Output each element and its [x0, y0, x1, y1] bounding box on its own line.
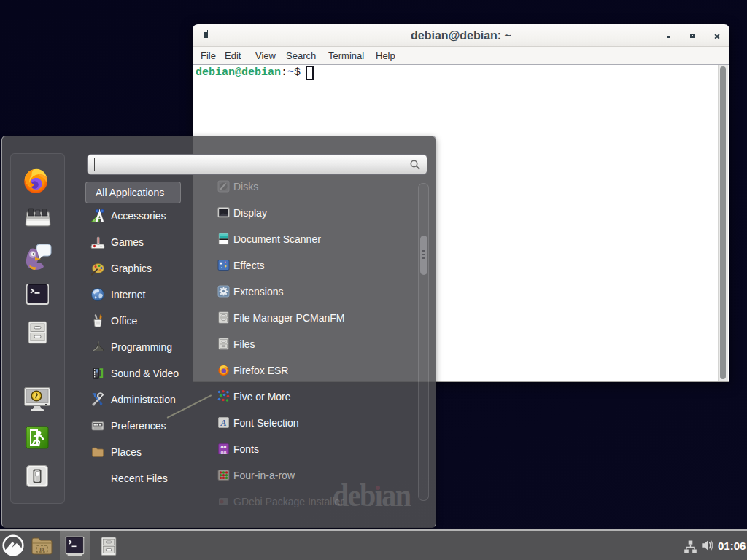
- svg-text:aa: aa: [221, 449, 227, 454]
- svg-text:A: A: [220, 418, 226, 428]
- svg-text:D: D: [40, 546, 44, 553]
